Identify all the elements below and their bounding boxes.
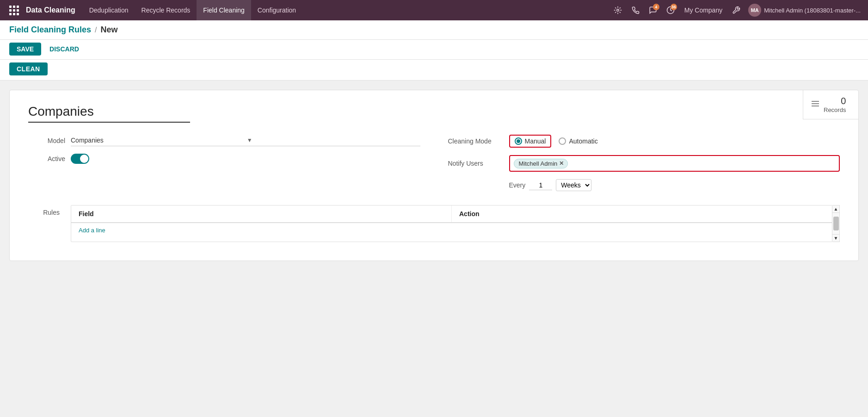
radio-manual-inner [517, 139, 520, 143]
active-toggle[interactable] [71, 154, 89, 164]
records-panel: 0 Records [803, 90, 858, 119]
notify-user-name: Mitchell Admin [519, 160, 558, 167]
avatar: MA [748, 4, 761, 17]
main-menu: Deduplication Recycle Records Field Clea… [83, 0, 302, 20]
scrollbar-up-button[interactable]: ▲ [832, 205, 839, 213]
notify-row: Notify Users Mitchell Admin ✕ [448, 155, 840, 172]
app-title: Data Cleaning [22, 6, 83, 14]
radio-manual-outer [515, 137, 522, 145]
breadcrumb-separator: / [95, 26, 97, 34]
records-label: Records [824, 106, 846, 113]
topnav-right: 4 36 My Company MA Mitchell Admin (18083… [610, 3, 862, 18]
rules-section: Rules Field Action Add a line [28, 205, 840, 242]
user-name: Mitchell Admin (18083801-master-... [764, 7, 861, 14]
chat-badge: 4 [653, 4, 659, 10]
model-label: Model [28, 137, 65, 144]
rules-table-header: Field Action [71, 205, 832, 223]
records-info: 0 Records [824, 96, 846, 113]
cleaning-mode-row: Cleaning Mode Manual [448, 135, 840, 148]
notify-user-remove-icon[interactable]: ✕ [559, 160, 564, 167]
rules-row: Rules Field Action Add a line [28, 205, 840, 242]
company-selector[interactable]: My Company [681, 6, 726, 14]
manual-option-highlight: Manual [509, 135, 552, 148]
model-field-value: Companies ▼ [71, 135, 420, 146]
rules-label: Rules [28, 205, 65, 216]
save-button[interactable]: SAVE [9, 43, 41, 56]
scrollbar-thumb [833, 217, 839, 230]
radio-manual[interactable]: Manual [515, 137, 546, 145]
notify-users-box[interactable]: Mitchell Admin ✕ [509, 155, 840, 172]
form-body: Companies Model Companies ▼ A [10, 90, 858, 261]
rules-col-action-header: Action [451, 205, 832, 222]
radio-automatic[interactable]: Automatic [559, 137, 597, 145]
cleaning-mode-radio-group: Manual Automatic [509, 135, 598, 148]
scrollbar-down-button[interactable]: ▼ [832, 234, 839, 242]
active-label: Active [28, 155, 65, 162]
menu-deduplication[interactable]: Deduplication [83, 0, 135, 20]
breadcrumb-current: New [100, 25, 117, 35]
field-row-model: Model Companies ▼ [28, 135, 420, 146]
field-row-active: Active [28, 154, 420, 164]
radio-manual-label: Manual [525, 137, 546, 145]
radio-automatic-outer [559, 137, 566, 145]
menu-configuration[interactable]: Configuration [251, 0, 302, 20]
every-unit-select[interactable]: Weeks [556, 179, 591, 191]
settings-icon-button[interactable] [729, 3, 744, 18]
add-line-button[interactable]: Add a line [71, 223, 832, 237]
notify-user-tag: Mitchell Admin ✕ [514, 159, 568, 168]
user-menu[interactable]: MA Mitchell Admin (18083801-master-... [746, 4, 862, 17]
radio-automatic-label: Automatic [569, 137, 597, 145]
every-value-input[interactable] [529, 180, 552, 190]
rules-table: Field Action Add a line [71, 205, 832, 242]
topnav: Data Cleaning Deduplication Recycle Reco… [0, 0, 868, 20]
clock-icon-button[interactable]: 36 [663, 3, 678, 18]
phone-icon-button[interactable] [628, 3, 643, 18]
breadcrumb-link[interactable]: Field Cleaning Rules [9, 25, 91, 35]
chat-icon-button[interactable]: 4 [646, 3, 660, 18]
every-label: Every [509, 181, 526, 189]
action-bar: SAVE DISCARD [0, 40, 868, 60]
menu-recycle-records[interactable]: Recycle Records [135, 0, 197, 20]
active-toggle-wrapper [71, 154, 420, 164]
apps-menu-button[interactable] [6, 0, 22, 20]
rules-table-body: Add a line [71, 223, 832, 242]
clean-button[interactable]: CLEAN [9, 62, 48, 75]
form-col-left: Model Companies ▼ Active [28, 135, 420, 171]
model-select[interactable]: Companies ▼ [71, 135, 420, 146]
clock-badge: 36 [671, 4, 677, 10]
cleaning-mode-label: Cleaning Mode [448, 137, 504, 145]
bug-icon-button[interactable] [610, 3, 625, 18]
breadcrumb: Field Cleaning Rules / New [0, 20, 868, 40]
notify-users-label: Notify Users [448, 160, 504, 167]
model-chevron-icon: ▼ [247, 137, 420, 143]
main-content: 0 Records Companies Model Companies ▼ [0, 81, 868, 417]
rules-col-field-header: Field [71, 205, 451, 222]
form-title: Companies [28, 104, 190, 123]
form-col-right: Cleaning Mode Manual [448, 135, 840, 191]
discard-button[interactable]: DISCARD [45, 43, 84, 56]
form-row-main: Model Companies ▼ Active [28, 135, 840, 191]
menu-field-cleaning[interactable]: Field Cleaning [197, 0, 251, 20]
clean-bar: CLEAN [0, 60, 868, 81]
every-row: Every Weeks [448, 179, 840, 191]
records-count: 0 [824, 96, 846, 106]
scrollbar-track [832, 213, 839, 234]
svg-point-0 [616, 9, 619, 12]
model-value: Companies [71, 137, 244, 144]
form-card: 0 Records Companies Model Companies ▼ [9, 90, 859, 261]
records-lines-icon [811, 100, 820, 110]
